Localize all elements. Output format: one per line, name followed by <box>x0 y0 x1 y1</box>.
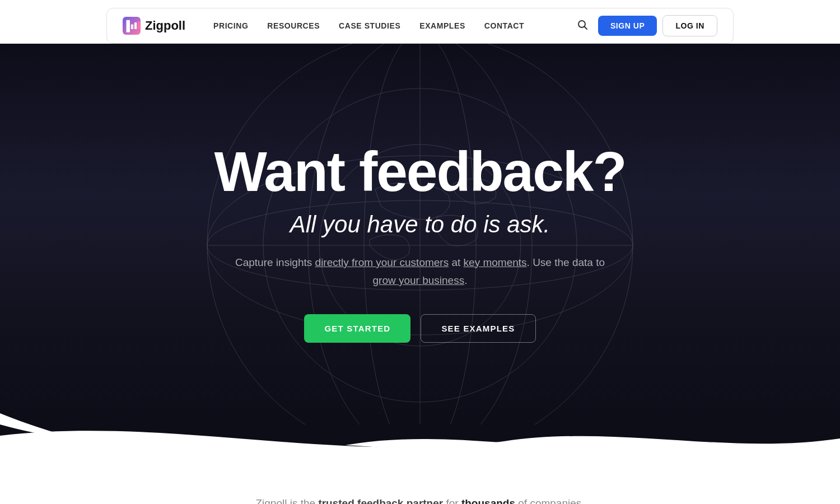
search-button[interactable] <box>572 15 592 38</box>
nav-case-studies[interactable]: CASE STUDIES <box>331 17 408 35</box>
trusted-section: Zigpoll is the trusted feedback partner … <box>0 469 840 504</box>
trusted-thousands: thousands <box>461 497 515 504</box>
login-button[interactable]: LOG IN <box>662 15 717 36</box>
hero-desc-part3: . Use the data to <box>527 256 605 268</box>
hero-desc-link1: directly from your customers <box>315 256 449 268</box>
nav-actions: SIGN UP LOG IN <box>572 15 717 38</box>
hero-description: Capture insights directly from your cust… <box>230 254 610 290</box>
hero-subtitle: All you have to do is ask. <box>214 211 626 238</box>
logo-text: Zigpoll <box>145 18 185 33</box>
hero-desc-part1: Capture insights <box>235 256 315 268</box>
hero-title: Want feedback? <box>214 142 626 201</box>
trusted-prefix: Zigpoll is the <box>255 497 318 504</box>
logo-icon <box>123 17 141 35</box>
wave-separator <box>0 424 840 469</box>
trusted-suffix: of companies. <box>515 497 585 504</box>
nav-examples[interactable]: EXAMPLES <box>412 17 473 35</box>
trusted-middle: for <box>443 497 461 504</box>
search-icon <box>577 19 588 30</box>
hero-desc-part4: . <box>464 274 467 286</box>
navbar: Zigpoll PRICING RESOURCES CASE STUDIES E… <box>106 8 734 44</box>
svg-rect-0 <box>131 24 133 29</box>
see-examples-button[interactable]: SEE EXAMPLES <box>421 314 535 343</box>
svg-rect-2 <box>138 21 140 29</box>
svg-line-4 <box>584 26 587 29</box>
get-started-button[interactable]: GET STARTED <box>304 314 410 343</box>
hero-desc-link2: key moments <box>464 256 527 268</box>
nav-pricing[interactable]: PRICING <box>206 17 256 35</box>
trusted-text: Zigpoll is the trusted feedback partner … <box>22 497 818 504</box>
signup-button[interactable]: SIGN UP <box>598 16 657 36</box>
hero-buttons: GET STARTED SEE EXAMPLES <box>214 314 626 343</box>
hero-content: Want feedback? All you have to do is ask… <box>192 142 648 343</box>
hero-section: Want feedback? All you have to do is ask… <box>0 44 840 424</box>
trusted-bold: trusted feedback partner <box>318 497 443 504</box>
nav-links: PRICING RESOURCES CASE STUDIES EXAMPLES … <box>206 17 572 35</box>
nav-contact[interactable]: CONTACT <box>477 17 532 35</box>
hero-desc-part2: at <box>449 256 463 268</box>
logo[interactable]: Zigpoll <box>123 17 185 35</box>
nav-resources[interactable]: RESOURCES <box>259 17 328 35</box>
hero-desc-link3: grow your business <box>373 274 465 286</box>
svg-rect-1 <box>134 22 137 29</box>
